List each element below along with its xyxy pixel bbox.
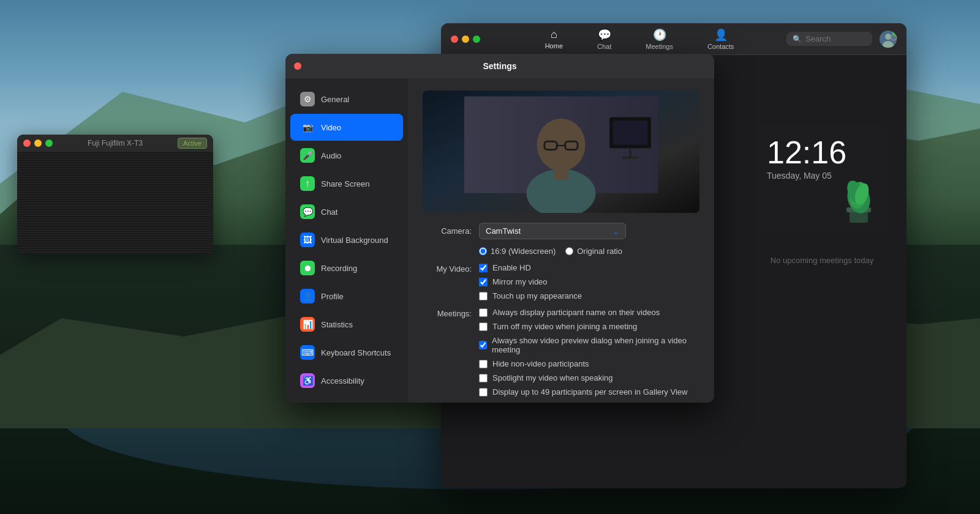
sidebar-item-recording[interactable]: ⏺ Recording [290,255,403,281]
nav-item-contacts[interactable]: 👤 Contacts [703,26,739,53]
my-video-label: My Video: [423,263,472,274]
meeting-checkbox-3[interactable] [479,360,488,368]
sidebar-item-statistics[interactable]: 📊 Statistics [290,311,403,338]
nav-chat-label: Chat [597,43,611,50]
camera-preview [423,91,699,213]
my-video-row: My Video: Enable HD Mirror my video Touc… [423,263,699,300]
search-icon: 🔍 [793,35,802,43]
enable-hd-option[interactable]: Enable HD [479,263,582,272]
sidebar-item-share[interactable]: ↑ Share Screen [290,170,403,197]
radio-original[interactable]: Original ratio [565,247,622,256]
meeting-option-3[interactable]: Hide non-video participants [479,359,699,368]
audio-label: Audio [321,151,341,160]
clock-date: Tuesday, May 05 [767,171,832,181]
zoom-titlebar: ⌂ Home 💬 Chat 🕐 Meetings 👤 Contacts 🔍 [441,23,907,55]
home-icon: ⌂ [551,28,557,41]
vbg-label: Virtual Background [321,236,388,245]
camera-row: Camera: CamTwist FaceTime HD Camera USB … [423,223,699,239]
contacts-icon: 👤 [714,28,728,42]
svg-rect-23 [629,148,632,157]
sidebar-item-video[interactable]: 📷 Video [290,114,403,141]
camera-video-feed [423,91,699,213]
video-label: Video [321,123,341,132]
chat-sidebar-icon: 💬 [300,204,315,219]
keyboard-icon: ⌨ [300,345,315,360]
enable-hd-checkbox[interactable] [479,264,488,272]
meeting-option-0[interactable]: Always display participant name on their… [479,308,699,317]
radio-16-9-label: 16:9 (Widescreen) [491,247,556,256]
keyboard-label: Keyboard Shortcuts [321,348,391,357]
zoom-minimize-button[interactable] [462,35,469,43]
settings-close-button[interactable] [294,62,301,70]
meeting-checkbox-2[interactable] [479,341,487,349]
sidebar-item-audio[interactable]: 🎤 Audio [290,142,403,169]
share-icon: ↑ [300,176,315,191]
radio-16-9[interactable]: 16:9 (Widescreen) [479,247,556,256]
no-meetings-text: No upcoming meetings today [755,256,889,265]
svg-rect-30 [554,169,568,179]
nav-item-chat[interactable]: 💬 Chat [592,26,616,53]
camera-maximize-button[interactable] [45,140,53,147]
meeting-option-2[interactable]: Always show video preview dialog when jo… [479,336,699,354]
zoom-maximize-button[interactable] [473,35,480,43]
camera-close-button[interactable] [23,140,31,147]
meeting-label-4: Spotlight my video when speaking [492,373,613,382]
zoom-close-button[interactable] [451,35,458,43]
nav-home-label: Home [545,42,563,50]
nav-item-meetings[interactable]: 🕐 Meetings [641,26,678,53]
settings-body: ⚙ General 📷 Video 🎤 Audio ↑ Share Screen… [285,78,714,403]
sidebar-item-general[interactable]: ⚙ General [290,86,403,113]
touch-up-checkbox[interactable] [479,292,488,300]
plant-decoration [834,165,883,228]
touch-up-option[interactable]: Touch up my appearance [479,291,582,300]
aspect-ratio-row: 16:9 (Widescreen) Original ratio [479,247,699,256]
sidebar-item-chat[interactable]: 💬 Chat [290,198,403,225]
nav-contacts-label: Contacts [707,43,734,50]
search-input[interactable] [805,34,866,43]
nav-meetings-label: Meetings [646,43,673,50]
accessibility-icon: ♿ [300,373,315,388]
profile-icon: 👤 [300,289,315,304]
sidebar-item-keyboard[interactable]: ⌨ Keyboard Shortcuts [290,339,403,366]
virtual-bg-icon: 🖼 [300,233,315,247]
video-icon: 📷 [300,120,315,135]
mirror-video-option[interactable]: Mirror my video [479,277,582,286]
nav-item-home[interactable]: ⌂ Home [540,26,568,53]
mirror-video-checkbox[interactable] [479,278,488,286]
camera-minimize-button[interactable] [34,140,42,147]
sidebar-item-virtual-background[interactable]: 🖼 Virtual Background [290,226,403,253]
clock-widget: 12:16 Tuesday, May 05 [755,124,889,234]
general-icon: ⚙ [300,92,315,106]
sidebar-item-accessibility[interactable]: ♿ Accessibility [290,367,403,394]
settings-content: Camera: CamTwist FaceTime HD Camera USB … [408,78,714,403]
meetings-section-label: Meetings: [423,308,472,318]
chat-nav-icon: 💬 [598,28,611,42]
radio-16-9-input[interactable] [479,247,487,255]
camera-select[interactable]: CamTwist FaceTime HD Camera USB Camera [479,223,626,239]
aspect-ratio-group: 16:9 (Widescreen) Original ratio [479,247,622,256]
gear-button[interactable]: ⚙ [889,32,898,43]
settings-title: Settings [483,61,516,71]
recording-label: Recording [321,264,357,273]
accessibility-label: Accessibility [321,376,364,386]
meeting-option-5[interactable]: Display up to 49 participants per screen… [479,387,699,397]
settings-panel: Settings ⚙ General 📷 Video 🎤 Audio ↑ Sha… [285,54,714,403]
meeting-checkbox-1[interactable] [479,322,488,331]
meeting-option-4[interactable]: Spotlight my video when speaking [479,373,699,382]
profile-label: Profile [321,292,344,301]
meeting-label-1: Turn off my video when joining a meeting [492,322,637,331]
meeting-checkbox-5[interactable] [479,388,488,397]
meeting-label-3: Hide non-video participants [492,359,589,368]
meeting-option-1[interactable]: Turn off my video when joining a meeting [479,322,699,331]
audio-icon: 🎤 [300,148,315,163]
meeting-label-0: Always display participant name on their… [492,308,660,317]
sidebar-item-profile[interactable]: 👤 Profile [290,283,403,310]
camera-window: Fuji Fujifilm X-T3 Active [17,135,213,254]
meeting-checkbox-0[interactable] [479,308,488,317]
meeting-checkbox-4[interactable] [479,374,488,382]
my-video-checkboxes: Enable HD Mirror my video Touch up my ap… [479,263,582,300]
radio-original-input[interactable] [565,247,573,255]
zoom-search-bar[interactable]: 🔍 [786,32,872,46]
svg-rect-24 [622,157,638,158]
camera-content [17,152,213,254]
